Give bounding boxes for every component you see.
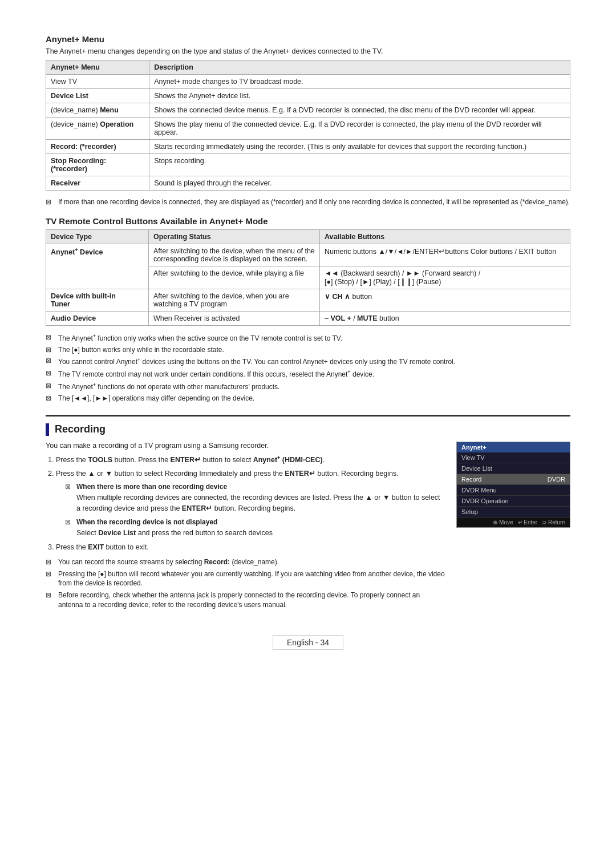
table-row: View TVAnynet+ mode changes to TV broadc…	[46, 75, 570, 89]
note-item: When there is more than one recording de…	[65, 482, 445, 514]
operating-status-cell: After switching to the device, when you …	[149, 289, 320, 311]
available-buttons-cell: – VOL + / MUTE button	[320, 311, 570, 325]
available-buttons-cell: Numeric buttons ▲/▼/◄/►/ENTER↵buttons Co…	[320, 244, 570, 266]
anynet-menu-section: Anynet+ Menu The Anynet+ menu changes de…	[46, 34, 570, 207]
device-type-cell: Anynet+ Device	[46, 244, 149, 289]
recording-title: Recording	[55, 423, 106, 435]
tv-menu-item: View TV	[457, 452, 570, 463]
tv-menu-item: Setup	[457, 507, 570, 518]
tv-menu-item: DVDR Operation	[457, 496, 570, 507]
col-operating-status: Operating Status	[149, 229, 320, 244]
tv-remote-notes: The Anynet+ function only works when the…	[46, 333, 570, 403]
col-available-buttons: Available Buttons	[320, 229, 570, 244]
list-item: Press the TOOLS button. Press the ENTER↵…	[56, 454, 445, 466]
tv-remote-section: TV Remote Control Buttons Available in A…	[46, 216, 570, 403]
list-item: Press the EXIT button to exit.	[56, 542, 445, 553]
recording-intro: You can make a recording of a TV program…	[46, 442, 445, 450]
anynet-description-cell: Shows the Anynet+ device list.	[149, 89, 570, 103]
recording-bottom-notes: You can record the source streams by sel…	[46, 557, 445, 610]
recording-section: Recording You can make a recording of a …	[46, 423, 570, 612]
anynet-description-cell: Shows the connected device menus. E.g. I…	[149, 103, 570, 118]
table-row: (device_name) OperationShows the play me…	[46, 118, 570, 140]
title-bar-icon	[46, 423, 49, 436]
note-item: The [●] button works only while in the r…	[46, 345, 570, 355]
available-buttons-cell: ◄◄ (Backward search) / ►► (Forward searc…	[320, 266, 570, 289]
operating-status-cell: After switching to the device, when the …	[149, 244, 320, 266]
anynet-description-cell: Stops recording.	[149, 154, 570, 176]
recording-steps-list: Press the TOOLS button. Press the ENTER↵…	[56, 454, 445, 553]
tv-screenshot: Anynet+View TVDevice ListRecordDVDRDVDR …	[456, 442, 570, 528]
tv-screenshot-footer: ⊕ Move↵ Enter⊃ Return	[457, 518, 570, 527]
note-item: The TV remote control may not work under…	[46, 369, 570, 379]
recording-steps-area: You can make a recording of a TV program…	[46, 442, 570, 612]
tv-menu-item: Device List	[457, 463, 570, 474]
note-item: The Anynet+ functions do not operate wit…	[46, 381, 570, 392]
table-row: Audio DeviceWhen Receiver is activated– …	[46, 311, 570, 325]
anynet-description-cell: Shows the play menu of the connected dev…	[149, 118, 570, 140]
col-device-type: Device Type	[46, 229, 149, 244]
note-item: Before recording, check whether the ante…	[46, 591, 445, 610]
table-row: (device_name) MenuShows the connected de…	[46, 103, 570, 118]
note-item: You can record the source streams by sel…	[46, 557, 445, 567]
page-footer: English - 34	[273, 635, 343, 650]
table-row: Device ListShows the Anynet+ device list…	[46, 89, 570, 103]
anynet-menu-cell: (device_name) Menu	[46, 103, 149, 118]
col-description: Description	[149, 60, 570, 75]
device-type-cell: Audio Device	[46, 311, 149, 325]
note-item: When the recording device is not display…	[65, 517, 445, 539]
tv-remote-table: Device Type Operating Status Available B…	[46, 229, 570, 326]
note-item: You cannot control Anynet+ devices using…	[46, 356, 570, 367]
table-row: Record: (*recorder)Starts recording imme…	[46, 140, 570, 154]
anynet-menu-cell: View TV	[46, 75, 149, 89]
available-buttons-cell: ∨ CH ∧ button	[320, 289, 570, 311]
anynet-description-cell: Sound is played through the receiver.	[149, 176, 570, 191]
note-item: If more than one recording device is con…	[46, 197, 570, 207]
anynet-menu-table: Anynet+ Menu Description View TVAnynet+ …	[46, 60, 570, 191]
section-divider	[46, 415, 570, 417]
anynet-description-cell: Anynet+ mode changes to TV broadcast mod…	[149, 75, 570, 89]
anynet-menu-cell: Receiver	[46, 176, 149, 191]
note-item: Pressing the [●] button will record what…	[46, 569, 445, 589]
anynet-menu-cell: (device_name) Operation	[46, 118, 149, 140]
table-row: Anynet+ DeviceAfter switching to the dev…	[46, 244, 570, 266]
anynet-menu-cell: Device List	[46, 89, 149, 103]
note-item: The [◄◄], [►►] operations may differ dep…	[46, 394, 570, 403]
tv-menu-item: DVDR Menu	[457, 485, 570, 496]
tv-screenshot-header: Anynet+	[457, 442, 570, 452]
col-anynet-menu: Anynet+ Menu	[46, 60, 149, 75]
note-item: The Anynet+ function only works when the…	[46, 333, 570, 343]
anynet-menu-notes: If more than one recording device is con…	[46, 197, 570, 207]
table-row: Stop Recording: (*recorder)Stops recordi…	[46, 154, 570, 176]
recording-title-container: Recording	[46, 423, 570, 436]
anynet-menu-intro: The Anynet+ menu changes depending on th…	[46, 47, 570, 55]
anynet-menu-cell: Record: (*recorder)	[46, 140, 149, 154]
operating-status-cell: After switching to the device, while pla…	[149, 266, 320, 289]
operating-status-cell: When Receiver is activated	[149, 311, 320, 325]
anynet-description-cell: Starts recording immediately using the r…	[149, 140, 570, 154]
list-item: Press the ▲ or ▼ button to select Record…	[56, 468, 445, 539]
anynet-menu-title: Anynet+ Menu	[46, 34, 570, 44]
table-row: Device with built-inTunerAfter switching…	[46, 289, 570, 311]
tv-menu-item: RecordDVDR	[457, 474, 570, 485]
table-row: ReceiverSound is played through the rece…	[46, 176, 570, 191]
recording-steps-content: You can make a recording of a TV program…	[46, 442, 445, 612]
device-type-cell: Device with built-inTuner	[46, 289, 149, 311]
tv-remote-title: TV Remote Control Buttons Available in A…	[46, 216, 570, 226]
anynet-menu-cell: Stop Recording: (*recorder)	[46, 154, 149, 176]
